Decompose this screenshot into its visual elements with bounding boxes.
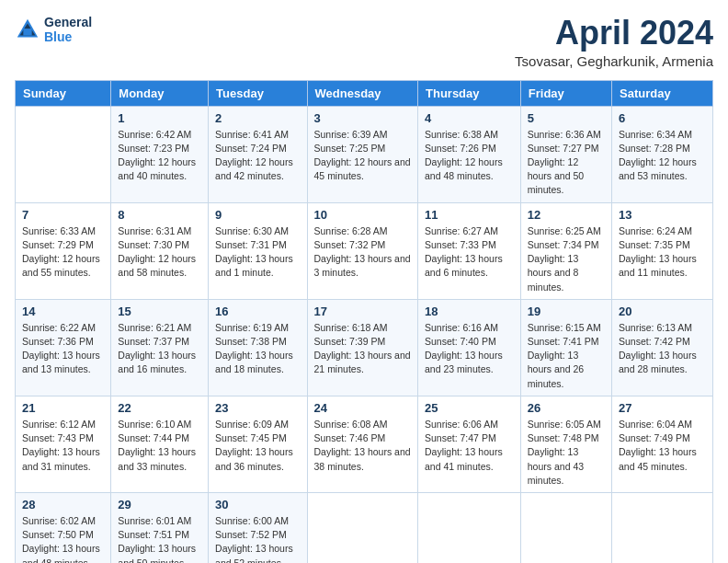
day-info: Sunrise: 6:13 AMSunset: 7:42 PMDaylight:… xyxy=(619,321,706,377)
calendar-cell: 4 Sunrise: 6:38 AMSunset: 7:26 PMDayligh… xyxy=(418,106,521,202)
day-number: 20 xyxy=(619,304,706,318)
day-number: 15 xyxy=(118,304,201,318)
week-row-3: 14 Sunrise: 6:22 AMSunset: 7:36 PMDaylig… xyxy=(16,299,713,396)
day-info: Sunrise: 6:38 AMSunset: 7:26 PMDaylight:… xyxy=(425,128,514,184)
day-number: 28 xyxy=(22,498,104,511)
calendar-cell: 15 Sunrise: 6:21 AMSunset: 7:37 PMDaylig… xyxy=(111,299,209,396)
day-info: Sunrise: 6:25 AMSunset: 7:34 PMDaylight:… xyxy=(528,224,605,294)
day-number: 26 xyxy=(528,401,605,415)
header-day-wednesday: Wednesday xyxy=(307,80,417,106)
calendar-cell: 11 Sunrise: 6:27 AMSunset: 7:33 PMDaylig… xyxy=(418,202,521,299)
day-number: 5 xyxy=(528,111,605,125)
calendar-cell: 20 Sunrise: 6:13 AMSunset: 7:42 PMDaylig… xyxy=(612,299,713,396)
day-number: 12 xyxy=(528,208,605,222)
day-number: 24 xyxy=(314,401,411,415)
day-number: 11 xyxy=(425,208,514,222)
day-number: 2 xyxy=(215,111,300,125)
logo-icon xyxy=(15,17,40,42)
calendar-cell xyxy=(612,492,713,563)
day-info: Sunrise: 6:42 AMSunset: 7:23 PMDaylight:… xyxy=(118,128,201,184)
day-info: Sunrise: 6:08 AMSunset: 7:46 PMDaylight:… xyxy=(314,418,411,474)
header-day-thursday: Thursday xyxy=(418,80,521,106)
logo-line2: Blue xyxy=(44,29,92,44)
day-number: 14 xyxy=(22,304,104,318)
calendar-cell: 22 Sunrise: 6:10 AMSunset: 7:44 PMDaylig… xyxy=(111,396,209,492)
calendar-cell: 23 Sunrise: 6:09 AMSunset: 7:45 PMDaylig… xyxy=(209,396,307,492)
day-info: Sunrise: 6:28 AMSunset: 7:32 PMDaylight:… xyxy=(314,224,411,281)
header-day-saturday: Saturday xyxy=(612,80,713,106)
day-info: Sunrise: 6:41 AMSunset: 7:24 PMDaylight:… xyxy=(215,128,300,184)
day-info: Sunrise: 6:05 AMSunset: 7:48 PMDaylight:… xyxy=(528,418,605,488)
day-number: 21 xyxy=(22,401,104,415)
day-info: Sunrise: 6:24 AMSunset: 7:35 PMDaylight:… xyxy=(619,224,706,281)
calendar-cell: 27 Sunrise: 6:04 AMSunset: 7:49 PMDaylig… xyxy=(612,396,713,492)
calendar-cell: 30 Sunrise: 6:00 AMSunset: 7:52 PMDaylig… xyxy=(209,492,307,563)
day-number: 29 xyxy=(118,498,201,511)
header-day-sunday: Sunday xyxy=(16,80,111,106)
calendar-cell xyxy=(307,492,417,563)
calendar-cell: 24 Sunrise: 6:08 AMSunset: 7:46 PMDaylig… xyxy=(307,396,417,492)
calendar-cell: 14 Sunrise: 6:22 AMSunset: 7:36 PMDaylig… xyxy=(16,299,111,396)
day-info: Sunrise: 6:04 AMSunset: 7:49 PMDaylight:… xyxy=(619,418,706,474)
day-number: 8 xyxy=(118,208,201,222)
calendar-cell: 19 Sunrise: 6:15 AMSunset: 7:41 PMDaylig… xyxy=(520,299,611,396)
calendar-cell: 28 Sunrise: 6:02 AMSunset: 7:50 PMDaylig… xyxy=(16,492,111,563)
day-info: Sunrise: 6:36 AMSunset: 7:27 PMDaylight:… xyxy=(528,128,605,198)
day-number: 9 xyxy=(215,208,300,222)
day-number: 27 xyxy=(619,401,706,415)
day-number: 6 xyxy=(619,111,706,125)
day-info: Sunrise: 6:10 AMSunset: 7:44 PMDaylight:… xyxy=(118,418,201,474)
day-number: 19 xyxy=(528,304,605,318)
calendar-cell: 13 Sunrise: 6:24 AMSunset: 7:35 PMDaylig… xyxy=(612,202,713,299)
calendar-cell: 7 Sunrise: 6:33 AMSunset: 7:29 PMDayligh… xyxy=(16,202,111,299)
page-header: General Blue April 2024 Tsovasar, Geghar… xyxy=(15,15,713,69)
calendar-cell: 6 Sunrise: 6:34 AMSunset: 7:28 PMDayligh… xyxy=(612,106,713,202)
calendar-cell: 26 Sunrise: 6:05 AMSunset: 7:48 PMDaylig… xyxy=(520,396,611,492)
calendar-cell: 25 Sunrise: 6:06 AMSunset: 7:47 PMDaylig… xyxy=(418,396,521,492)
calendar-cell: 5 Sunrise: 6:36 AMSunset: 7:27 PMDayligh… xyxy=(520,106,611,202)
calendar-cell: 17 Sunrise: 6:18 AMSunset: 7:39 PMDaylig… xyxy=(307,299,417,396)
day-info: Sunrise: 6:19 AMSunset: 7:38 PMDaylight:… xyxy=(215,321,300,377)
day-number: 3 xyxy=(314,111,411,125)
day-number: 22 xyxy=(118,401,201,415)
day-info: Sunrise: 6:00 AMSunset: 7:52 PMDaylight:… xyxy=(215,514,300,563)
calendar-cell: 1 Sunrise: 6:42 AMSunset: 7:23 PMDayligh… xyxy=(111,106,209,202)
header-day-tuesday: Tuesday xyxy=(209,80,307,106)
day-number: 18 xyxy=(425,304,514,318)
day-info: Sunrise: 6:39 AMSunset: 7:25 PMDaylight:… xyxy=(314,128,411,184)
svg-rect-2 xyxy=(23,29,31,35)
calendar-cell: 8 Sunrise: 6:31 AMSunset: 7:30 PMDayligh… xyxy=(111,202,209,299)
day-number: 4 xyxy=(425,111,514,125)
day-number: 16 xyxy=(215,304,300,318)
calendar-cell xyxy=(418,492,521,563)
day-info: Sunrise: 6:06 AMSunset: 7:47 PMDaylight:… xyxy=(425,418,514,474)
day-number: 7 xyxy=(22,208,104,222)
day-number: 17 xyxy=(314,304,411,318)
day-number: 10 xyxy=(314,208,411,222)
logo-line1: General xyxy=(44,15,92,29)
header-day-friday: Friday xyxy=(520,80,611,106)
day-number: 13 xyxy=(619,208,706,222)
day-info: Sunrise: 6:21 AMSunset: 7:37 PMDaylight:… xyxy=(118,321,201,377)
day-number: 30 xyxy=(215,498,300,511)
logo: General Blue xyxy=(15,15,92,44)
calendar-cell xyxy=(16,106,111,202)
day-info: Sunrise: 6:16 AMSunset: 7:40 PMDaylight:… xyxy=(425,321,514,377)
day-number: 23 xyxy=(215,401,300,415)
day-info: Sunrise: 6:30 AMSunset: 7:31 PMDaylight:… xyxy=(215,224,300,281)
day-info: Sunrise: 6:34 AMSunset: 7:28 PMDaylight:… xyxy=(619,128,706,184)
week-row-1: 1 Sunrise: 6:42 AMSunset: 7:23 PMDayligh… xyxy=(16,106,713,202)
week-row-5: 28 Sunrise: 6:02 AMSunset: 7:50 PMDaylig… xyxy=(16,492,713,563)
calendar-cell: 10 Sunrise: 6:28 AMSunset: 7:32 PMDaylig… xyxy=(307,202,417,299)
calendar-cell: 12 Sunrise: 6:25 AMSunset: 7:34 PMDaylig… xyxy=(520,202,611,299)
calendar-cell xyxy=(520,492,611,563)
subtitle: Tsovasar, Gegharkunik, Armenia xyxy=(515,53,713,69)
day-info: Sunrise: 6:02 AMSunset: 7:50 PMDaylight:… xyxy=(22,514,104,563)
calendar-cell: 16 Sunrise: 6:19 AMSunset: 7:38 PMDaylig… xyxy=(209,299,307,396)
day-info: Sunrise: 6:09 AMSunset: 7:45 PMDaylight:… xyxy=(215,418,300,474)
calendar-cell: 21 Sunrise: 6:12 AMSunset: 7:43 PMDaylig… xyxy=(16,396,111,492)
logo-text: General Blue xyxy=(44,15,92,44)
calendar-cell: 18 Sunrise: 6:16 AMSunset: 7:40 PMDaylig… xyxy=(418,299,521,396)
day-info: Sunrise: 6:22 AMSunset: 7:36 PMDaylight:… xyxy=(22,321,104,377)
day-info: Sunrise: 6:15 AMSunset: 7:41 PMDaylight:… xyxy=(528,321,605,391)
